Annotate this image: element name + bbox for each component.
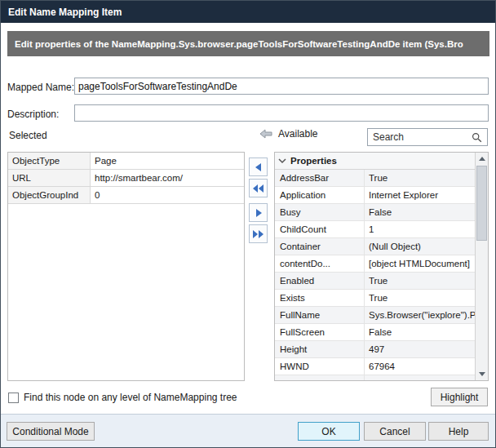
scroll-up-button[interactable] <box>476 153 488 165</box>
selected-properties-table: ObjectType Page URL http://smartbear.com… <box>7 152 245 381</box>
titlebar: Edit Name Mapping Item <box>1 1 495 23</box>
highlight-button[interactable]: Highlight <box>431 388 488 406</box>
property-row[interactable]: Height 497 <box>275 341 475 358</box>
arrow-right-icon <box>254 208 264 218</box>
available-panel-header: Available <box>259 128 317 140</box>
property-name: Exists <box>275 290 365 306</box>
window-title: Edit Name Mapping Item <box>8 7 122 18</box>
double-arrow-left-icon <box>252 184 264 193</box>
property-value: False <box>365 204 475 220</box>
search-input[interactable] <box>368 131 472 143</box>
description-input[interactable] <box>74 104 489 122</box>
property-name: contentDo... <box>275 255 365 272</box>
move-left-button[interactable] <box>249 157 268 176</box>
selected-table-row[interactable]: ObjectGroupInd 0 <box>8 187 244 204</box>
property-value: [object HTMLDocument] <box>365 255 475 272</box>
move-right-button[interactable] <box>249 203 268 222</box>
ok-button[interactable]: OK <box>298 422 360 441</box>
selected-property-value: 0 <box>91 187 244 203</box>
property-row[interactable]: Enabled True <box>275 273 475 290</box>
description-label: Description: <box>7 109 59 120</box>
available-panel-label: Available <box>278 128 317 140</box>
properties-group-label: Properties <box>290 156 337 166</box>
selected-table-row[interactable]: ObjectType Page <box>8 153 244 170</box>
property-name: Application <box>275 187 365 203</box>
arrow-left-icon <box>254 162 264 172</box>
help-button[interactable]: Help <box>428 422 489 441</box>
property-name: AddressBar <box>275 170 365 186</box>
property-row[interactable]: FullName Sys.Browser("iexplore").Page("h… <box>275 307 475 324</box>
property-value: 400330 <box>365 375 475 380</box>
move-all-left-button[interactable] <box>249 179 268 197</box>
property-row[interactable]: Busy False <box>275 204 475 221</box>
property-value: False <box>365 324 475 340</box>
property-row[interactable]: HWND 67964 <box>275 358 475 375</box>
property-value: 497 <box>365 341 475 357</box>
header-band: Edit properties of the NameMapping.Sys.b… <box>7 31 489 56</box>
property-name: Height <box>275 341 365 357</box>
property-row[interactable]: contentDo... [object HTMLDocument] <box>275 255 475 273</box>
move-all-right-button[interactable] <box>249 224 268 243</box>
property-name: Container <box>275 238 365 255</box>
selected-property-name: ObjectGroupInd <box>8 187 91 203</box>
find-node-checkbox[interactable] <box>8 393 19 403</box>
property-value: (Null Object) <box>365 238 475 255</box>
triangle-down-icon <box>479 372 485 376</box>
scroll-down-button[interactable] <box>476 368 488 380</box>
cancel-button[interactable]: Cancel <box>364 422 426 441</box>
selected-panel-label: Selected <box>9 130 47 141</box>
property-name: HWND <box>275 358 365 375</box>
search-box <box>367 128 488 146</box>
search-icon[interactable] <box>472 132 482 143</box>
available-properties-grid: Properties AddressBar True Application I… <box>274 152 489 381</box>
property-row[interactable]: FullScreen False <box>275 324 475 341</box>
header-text: Edit properties of the NameMapping.Sys.b… <box>15 39 463 49</box>
property-name: Id <box>275 375 365 380</box>
property-row[interactable]: AddressBar True <box>275 170 475 187</box>
property-value: Sys.Browser("iexplore").Page("http:// <box>365 307 475 323</box>
double-arrow-right-icon <box>252 229 264 239</box>
properties-rows: Properties AddressBar True Application I… <box>275 153 475 380</box>
property-value: 67964 <box>365 358 475 375</box>
property-value: Internet Explorer <box>365 187 475 203</box>
property-row[interactable]: Exists True <box>275 290 475 307</box>
selected-table-row[interactable]: URL http://smartbear.com/ <box>8 170 244 187</box>
chevron-down-icon[interactable] <box>278 158 286 164</box>
selected-property-value: Page <box>91 153 244 169</box>
find-node-checkbox-label[interactable]: Find this node on any level of NameMappi… <box>24 392 237 403</box>
selected-property-value: http://smartbear.com/ <box>91 170 244 186</box>
scrollbar-thumb[interactable] <box>476 166 487 241</box>
property-name: FullName <box>275 307 365 323</box>
mapped-name-input[interactable] <box>74 78 489 95</box>
selected-property-name: ObjectType <box>8 153 91 169</box>
property-row[interactable]: Id 400330 <box>275 375 475 380</box>
property-value: True <box>365 290 475 306</box>
property-value: True <box>365 273 475 289</box>
edit-name-mapping-dialog: Edit Name Mapping Item Edit properties o… <box>0 0 496 448</box>
triangle-up-icon <box>479 157 485 161</box>
property-row[interactable]: ChildCount 1 <box>275 221 475 238</box>
property-value: 1 <box>365 221 475 237</box>
property-row[interactable]: Application Internet Explorer <box>275 187 475 204</box>
properties-group-header[interactable]: Properties <box>275 153 475 170</box>
property-name: Busy <box>275 204 365 220</box>
vertical-scrollbar[interactable] <box>475 153 488 380</box>
property-row[interactable]: Container (Null Object) <box>275 238 475 255</box>
available-arrow-icon <box>259 129 272 139</box>
property-value: True <box>365 170 475 186</box>
conditional-mode-button[interactable]: Conditional Mode <box>7 422 95 441</box>
selected-property-name: URL <box>8 170 91 186</box>
property-name: Enabled <box>275 273 365 289</box>
property-name: FullScreen <box>275 324 365 340</box>
mapped-name-label: Mapped Name: <box>7 82 74 93</box>
property-name: ChildCount <box>275 221 365 237</box>
